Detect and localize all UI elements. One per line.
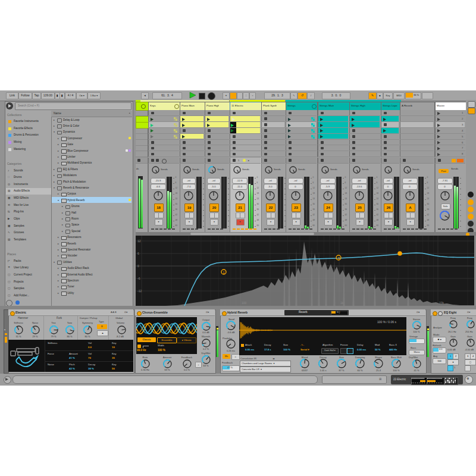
svg-text:-12: -12 bbox=[137, 289, 142, 293]
svg-text:0: 0 bbox=[137, 264, 139, 268]
svg-text:10k: 10k bbox=[439, 301, 444, 305]
svg-text:1k: 1k bbox=[340, 301, 344, 305]
svg-text:6: 6 bbox=[137, 252, 139, 255]
svg-text:100 % / 0.06 s: 100 % / 0.06 s bbox=[377, 320, 396, 324]
svg-text:-6: -6 bbox=[137, 277, 140, 280]
svg-text:12: 12 bbox=[137, 239, 141, 243]
svg-text:1: 1 bbox=[223, 271, 224, 274]
svg-text:100: 100 bbox=[242, 301, 247, 305]
svg-text:4: 4 bbox=[337, 256, 339, 260]
